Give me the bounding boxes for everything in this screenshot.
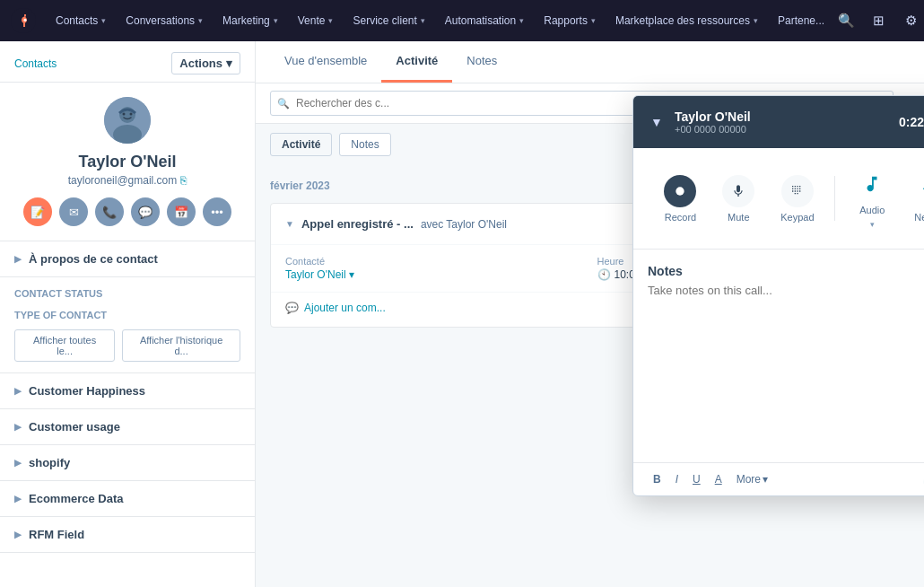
caller-name: Taylor O'Neil <box>675 110 899 124</box>
timeline-item-title: ▼ Appel enregistré - ... avec Taylor O'N… <box>285 217 507 231</box>
chevron-right-icon: ▶ <box>14 422 22 432</box>
tab-overview[interactable]: Vue d'ensemble <box>270 41 381 83</box>
contact-actions-row: 📝 ✉ 📞 💬 📅 ••• <box>23 197 231 226</box>
chevron-down-icon: ▾ <box>328 16 333 25</box>
chevron-down-icon: ▾ <box>591 16 596 25</box>
nav-marketing[interactable]: Marketing ▾ <box>214 9 287 32</box>
italic-button[interactable]: I <box>670 470 684 488</box>
top-navigation: Contacts ▾ Conversations ▾ Marketing ▾ V… <box>0 0 924 41</box>
activity-filter-tab[interactable]: Activité <box>270 133 332 156</box>
contacte-label: Contacté <box>285 256 583 267</box>
audio-icon <box>856 168 888 200</box>
email-button[interactable]: ✉ <box>59 197 88 226</box>
call-notes-section: Notes <box>633 250 924 462</box>
about-section-toggle[interactable]: ▶ À propos de ce contact <box>0 241 255 277</box>
mute-icon <box>722 175 754 207</box>
show-all-history-button[interactable]: Afficher toutes le... <box>14 329 115 362</box>
notes-input[interactable] <box>648 284 924 445</box>
settings-button[interactable]: ⚙ <box>898 8 923 33</box>
chat-button[interactable]: 💬 <box>131 197 160 226</box>
ecommerce-toggle[interactable]: ▶ Ecommerce Data <box>0 481 255 517</box>
call-popup-header: ▼ Taylor O'Neil +00 0000 00000 0:22 <box>633 96 924 148</box>
chevron-right-icon: ▶ <box>14 530 22 539</box>
notes-filter-tab[interactable]: Notes <box>339 133 390 156</box>
nav-vente[interactable]: Vente ▾ <box>289 9 343 32</box>
contact-status-label: Contact Status <box>14 288 240 299</box>
nav-automatisation[interactable]: Automatisation ▾ <box>436 9 533 32</box>
nav-marketplace[interactable]: Marketplace des ressources ▾ <box>606 9 767 32</box>
contact-profile: Taylor O'Neil tayloroneil@gmail.com ⎘ 📝 … <box>0 83 255 241</box>
breadcrumb[interactable]: Contacts <box>14 57 57 70</box>
bold-button[interactable]: B <box>648 470 667 488</box>
tab-notes[interactable]: Notes <box>452 41 511 83</box>
svg-point-7 <box>676 187 684 195</box>
nav-service-client[interactable]: Service client ▾ <box>344 9 433 32</box>
copy-icon[interactable]: ⎘ <box>180 174 187 187</box>
chevron-right-icon: ▶ <box>14 458 22 468</box>
nav-conversations[interactable]: Conversations ▾ <box>117 9 212 32</box>
mute-label: Mute <box>728 212 749 223</box>
shopify-toggle[interactable]: ▶ shopify <box>0 445 255 481</box>
network-button[interactable]: Network <box>902 168 924 230</box>
note-button[interactable]: 📝 <box>23 197 52 226</box>
timeline-subtitle: avec Taylor O'Neil <box>421 218 507 231</box>
notes-title: Notes <box>648 264 924 278</box>
chevron-down-icon: ▾ <box>754 16 758 25</box>
clock-icon: 🕙 <box>597 268 611 281</box>
hubspot-logo[interactable] <box>11 8 36 33</box>
caller-number: +00 0000 00000 <box>675 124 899 135</box>
underline-button[interactable]: U <box>687 470 706 488</box>
main-layout: Contacts Actions ▾ <box>0 41 924 587</box>
timeline-item-name: Appel enregistré - ... <box>301 217 414 231</box>
about-section: ▶ À propos de ce contact <box>0 241 255 277</box>
customer-usage-toggle[interactable]: ▶ Customer usage <box>0 409 255 445</box>
call-popup-controls: Record Mute Keypad <box>633 148 924 250</box>
ecommerce-section: ▶ Ecommerce Data <box>0 481 255 517</box>
link-button[interactable]: 🔗 <box>918 470 924 488</box>
chevron-down-icon: ▾ <box>870 220 875 229</box>
customer-happiness-section: ▶ Customer Happiness <box>0 373 255 409</box>
show-history-button[interactable]: Afficher l'historique d... <box>122 329 240 362</box>
call-popup: ▼ Taylor O'Neil +00 0000 00000 0:22 <box>632 95 924 496</box>
call-button[interactable]: 📞 <box>95 197 124 226</box>
nav-contacts[interactable]: Contacts ▾ <box>47 9 115 32</box>
svg-point-1 <box>24 19 27 22</box>
nav-partners[interactable]: Partene... <box>769 9 833 32</box>
chevron-down-icon: ▾ <box>274 16 278 25</box>
more-actions-button[interactable]: ••• <box>203 197 231 226</box>
more-formatting-button[interactable]: More ▾ <box>731 470 773 488</box>
tab-activity[interactable]: Activité <box>381 41 452 83</box>
rfm-toggle[interactable]: ▶ RFM Field <box>0 517 255 553</box>
apps-button[interactable]: ⊞ <box>866 8 891 33</box>
chevron-right-icon: ▶ <box>14 494 22 504</box>
nav-rapports[interactable]: Rapports ▾ <box>535 9 605 32</box>
contact-status-section: Contact Status Type of Contact Afficher … <box>0 277 255 373</box>
keypad-button[interactable]: Keypad <box>768 168 826 230</box>
calendar-button[interactable]: 📅 <box>167 197 196 226</box>
history-buttons: Afficher toutes le... Afficher l'histori… <box>14 329 240 362</box>
contacte-value[interactable]: Taylor O'Neil ▾ <box>285 268 583 281</box>
audio-label: Audio <box>859 205 885 215</box>
chevron-right-icon: ▶ <box>14 254 22 264</box>
shopify-section: ▶ shopify <box>0 445 255 481</box>
record-button[interactable]: Record <box>651 168 709 230</box>
search-button[interactable]: 🔍 <box>833 8 859 33</box>
minimize-button[interactable]: ▼ <box>646 111 667 133</box>
customer-happiness-toggle[interactable]: ▶ Customer Happiness <box>0 373 255 409</box>
actions-button[interactable]: Actions ▾ <box>171 52 240 74</box>
chevron-down-icon: ▾ <box>198 16 203 25</box>
chevron-right-icon: ▶ <box>14 386 22 396</box>
mute-button[interactable]: Mute <box>710 168 767 230</box>
strikethrough-button[interactable]: A <box>710 470 728 488</box>
chevron-down-icon: ▾ <box>226 57 232 70</box>
notes-toolbar-right: 🔗 ⊞ <box>918 470 924 488</box>
contact-email: tayloroneil@gmail.com ⎘ <box>68 174 187 187</box>
rfm-section: ▶ RFM Field <box>0 517 255 553</box>
audio-button[interactable]: Audio ▾ <box>843 161 901 236</box>
type-of-contact-label: Type of Contact <box>14 310 240 320</box>
content-tabs: Vue d'ensemble Activité Notes <box>256 41 924 83</box>
comment-icon: 💬 <box>285 302 299 314</box>
chevron-down-icon: ▾ <box>519 16 524 25</box>
keypad-label: Keypad <box>780 212 814 223</box>
chevron-down-icon[interactable]: ▼ <box>285 219 294 229</box>
